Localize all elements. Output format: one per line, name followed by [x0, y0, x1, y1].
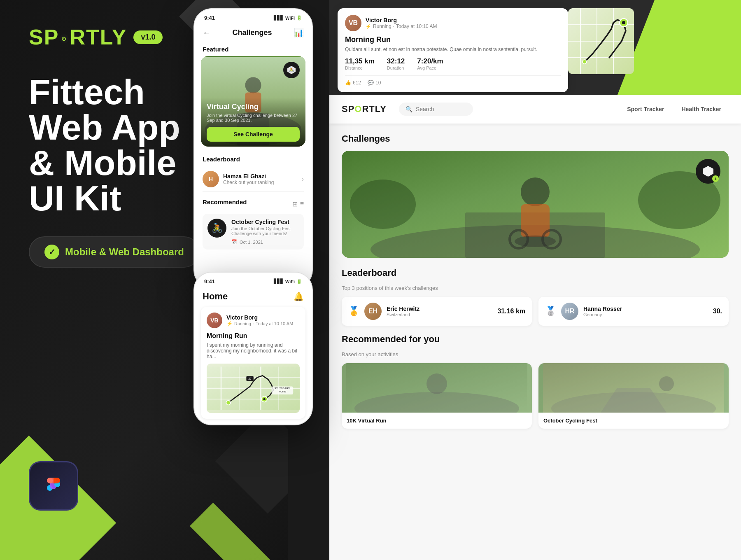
- stat-pace-label: Avg Pace: [417, 65, 443, 70]
- calendar-icon: 📅: [231, 239, 237, 245]
- rec-web-card-2[interactable]: October Cycling Fest: [538, 363, 729, 429]
- phone-time-2: 9:41: [204, 278, 215, 285]
- figma-badge: [29, 461, 78, 511]
- search-input[interactable]: [416, 106, 465, 112]
- feed-user-meta: ⚡ Running · Today at 10:10 AM: [366, 23, 437, 29]
- feed-activity-title: Morning Run: [345, 35, 561, 44]
- recommended-cards-row: 10K Virtual Run: [342, 363, 729, 429]
- rec-web-title-1: 10K Virtual Run: [347, 418, 527, 424]
- rec-header: Recommended ⊞ ≡: [203, 198, 304, 210]
- rec-web-card-1[interactable]: 10K Virtual Run: [342, 363, 532, 429]
- phone-home-header: Home 🔔: [194, 288, 312, 307]
- version-badge: v1.0: [133, 30, 163, 44]
- lb-card-1: 🥇 EH Eric Herwitz Switzerland 31.16 km: [342, 297, 532, 326]
- status-icons-1: ▋▋▋ WiFi 🔋: [274, 15, 302, 21]
- phone-frame-home: 9:41 ▋▋▋ WiFi 🔋 Home 🔔 VB Victor Borg ⚡ …: [193, 272, 313, 425]
- checkmark-icon: ✓: [44, 245, 59, 259]
- recommended-web-title: Recommended for you: [342, 334, 729, 345]
- web-search-bar[interactable]: 🔍: [399, 103, 473, 116]
- lb-avatar-1: EH: [364, 303, 382, 320]
- nav-sport-tracker[interactable]: Sport Tracker: [620, 103, 671, 116]
- lb-distance-1: 31.16 km: [497, 308, 525, 315]
- list-icon[interactable]: ≡: [300, 200, 304, 208]
- rec-web-img-1: [342, 363, 532, 413]
- web-nav-items: Sport Tracker Health Tracker: [620, 103, 729, 116]
- feed-user-row: VB Victor Borg ⚡ Running · Today at 10:1…: [345, 15, 561, 31]
- web-logo: SPORTLY: [342, 104, 387, 114]
- challenges-section-title: Challenges: [342, 133, 729, 144]
- notification-bell-icon[interactable]: 🔔: [294, 292, 304, 301]
- phone-home: 9:41 ▋▋▋ WiFi 🔋 Home 🔔 VB Victor Borg ⚡ …: [193, 272, 325, 425]
- stat-pace: 7:20/km Avg Pace: [417, 57, 443, 70]
- deco-shape-bottom-right: [190, 503, 271, 560]
- svg-text:🚴: 🚴: [289, 67, 294, 72]
- rec-label: Recommended: [203, 198, 247, 205]
- leaderboard-item[interactable]: H Hamza El Ghazi Check out your ranking …: [203, 167, 304, 192]
- challenge-hero-image: 🚴 +: [342, 151, 729, 258]
- see-challenge-button[interactable]: See Challenge: [207, 127, 300, 142]
- svg-point-54: [426, 373, 447, 394]
- leaderboard-web-section: Leaderboard Top 3 positions of this week…: [342, 268, 729, 326]
- phone-frame-challenges: 9:41 ▋▋▋ WiFi 🔋 ← Challenges 📊 Featured: [193, 8, 313, 288]
- status-icons-2: ▋▋▋ WiFi 🔋: [274, 279, 302, 284]
- grid-icon[interactable]: ⊞: [292, 200, 298, 208]
- home-title: Home: [203, 291, 228, 302]
- rec-title: October Cycling Fest: [231, 219, 299, 225]
- chart-icon[interactable]: 📊: [294, 28, 304, 37]
- feed-running-icon: ⚡: [366, 24, 371, 29]
- svg-text:NORD: NORD: [279, 390, 287, 393]
- wifi-icon-2: WiFi: [285, 279, 295, 284]
- leaderboard-row: 🥇 EH Eric Herwitz Switzerland 31.16 km 🥈…: [342, 297, 729, 326]
- nav-health-tracker[interactable]: Health Tracker: [674, 103, 729, 116]
- gold-medal-icon: 🥇: [348, 306, 359, 317]
- feed-user-info: Victor Borg ⚡ Running · Today at 10:10 A…: [366, 17, 437, 29]
- phone-status-bar-1: 9:41 ▋▋▋ WiFi 🔋: [194, 9, 312, 24]
- web-main-content: Challenges: [329, 124, 741, 560]
- user-meta: ⚡ Running · Today at 10:10 AM: [226, 321, 293, 327]
- rec-web-img-2: [538, 363, 729, 413]
- leaderboard-label: Leaderboard: [203, 156, 304, 163]
- phone-screen-title: Challenges: [232, 28, 272, 37]
- phone-header-challenges: ← Challenges 📊: [194, 24, 312, 42]
- rec-view-icons[interactable]: ⊞ ≡: [292, 200, 304, 208]
- battery-icon: 🔋: [296, 15, 302, 21]
- challenge-badge-web: 🚴 +: [696, 159, 720, 184]
- feed-like-action[interactable]: 👍 612: [345, 80, 361, 86]
- back-icon[interactable]: ←: [203, 28, 211, 37]
- rec-card: 🚴 October Cycling Fest Join the October …: [203, 214, 304, 250]
- lb-name-1: Eric Herwitz: [387, 306, 419, 312]
- lb-avatar-2: HR: [561, 303, 578, 320]
- featured-label: Featured: [194, 42, 312, 56]
- comment-icon: 💬: [368, 80, 374, 86]
- challenge-badge-icon: 🚴: [283, 62, 300, 78]
- stat-distance-label: Distance: [345, 65, 375, 70]
- signal-icon: ▋▋▋: [274, 15, 284, 21]
- stat-pace-value: 7:20/km: [417, 57, 443, 65]
- leaderboard-section-phone: Leaderboard H Hamza El Ghazi Check out y…: [194, 152, 312, 195]
- feed-comment-action[interactable]: 💬 10: [368, 80, 381, 86]
- svg-point-45: [521, 177, 550, 206]
- stat-duration: 32:12 Duration: [387, 57, 405, 70]
- lb-info-2: Hanna Rosser Germany: [583, 306, 622, 317]
- right-panel: VB Victor Borg ⚡ Running · Today at 10:1…: [329, 0, 741, 560]
- svg-point-58: [659, 376, 674, 391]
- recommended-sub: Based on your activities: [342, 351, 729, 357]
- lb-country-1: Switzerland: [387, 312, 419, 317]
- activity-feed-card: VB Victor Borg ⚡ Running · Today at 10:1…: [338, 8, 568, 92]
- rec-web-title-2: October Cycling Fest: [543, 418, 724, 424]
- leaderboard-subtitle: Top 3 positions of this week's challenge…: [342, 285, 729, 291]
- lb-sub: Check out your ranking: [223, 180, 274, 185]
- activity-title: Morning Run: [207, 332, 300, 340]
- recommended-section-phone: Recommended ⊞ ≡ 🚴 October Cycling Fest J…: [194, 195, 312, 253]
- phone-status-bar-2: 9:41 ▋▋▋ WiFi 🔋: [194, 273, 312, 288]
- svg-point-9: [245, 77, 261, 93]
- svg-marker-50: [703, 166, 713, 177]
- wifi-icon: WiFi: [285, 16, 295, 21]
- stat-distance-value: 11,35 km: [345, 57, 375, 65]
- featured-overlay: Virtual Cycling Join the virtual Cycling…: [201, 98, 305, 147]
- rec-web-body-2: October Cycling Fest: [538, 413, 729, 429]
- cta-button[interactable]: ✓ Mobile & Web Dashboard: [29, 236, 200, 268]
- lb-distance-2: 30.: [713, 308, 722, 315]
- lb-info-1: Eric Herwitz Switzerland: [387, 306, 419, 317]
- feed-stats: 11,35 km Distance 32:12 Duration 7:20/km…: [345, 57, 561, 70]
